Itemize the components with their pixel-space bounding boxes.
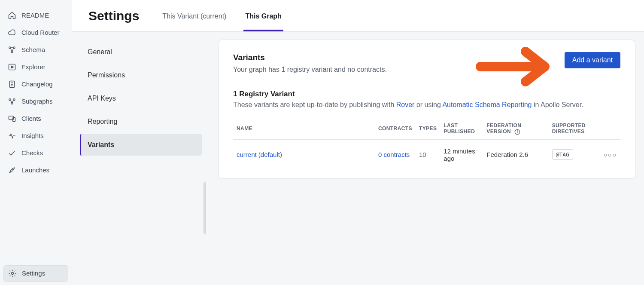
sidebar-item-launches[interactable]: Launches — [3, 162, 68, 178]
directive-badge: @TAG — [552, 149, 573, 160]
content: General Permissions API Keys Reporting V… — [72, 32, 644, 285]
col-federation-version: Federation Version — [483, 118, 548, 139]
add-variant-button[interactable]: Add a variant — [565, 52, 620, 68]
table-row: current (default) 0 contracts 10 12 minu… — [233, 139, 620, 174]
types-value: 10 — [419, 151, 426, 158]
rocket-icon — [8, 166, 16, 175]
play-square-icon — [8, 63, 16, 71]
info-icon[interactable] — [514, 129, 520, 135]
devices-icon — [8, 114, 16, 123]
svg-point-10 — [12, 273, 14, 275]
sidebar-item-label: Insights — [21, 132, 44, 140]
sidebar-item-settings[interactable]: Settings — [3, 265, 68, 282]
col-supported-directives: Supported Directives — [549, 118, 600, 139]
sidebar-item-label: Settings — [22, 270, 45, 278]
section-title: 1 Registry Variant — [233, 90, 620, 98]
nodes-icon — [8, 46, 16, 54]
sidebar-item-label: Changelog — [21, 80, 53, 89]
sidebar-item-readme[interactable]: README — [3, 8, 68, 23]
subnav-item-variants[interactable]: Variants — [80, 134, 202, 156]
changelog-icon — [8, 80, 16, 89]
sidebar-item-label: Checks — [21, 149, 43, 157]
settings-subnav: General Permissions API Keys Reporting V… — [72, 32, 210, 285]
check-icon — [8, 149, 16, 157]
rover-link[interactable]: Rover — [396, 101, 415, 108]
sidebar-item-schema[interactable]: Schema — [3, 42, 68, 58]
card-title: Variants — [233, 53, 620, 62]
variants-table: Name Contracts Types Last Published Fede… — [233, 118, 620, 174]
tab-this-graph[interactable]: This Graph — [243, 12, 283, 31]
contracts-link[interactable]: 0 contracts — [378, 151, 410, 158]
subnav-item-api-keys[interactable]: API Keys — [80, 88, 202, 109]
subnav-item-permissions[interactable]: Permissions — [80, 64, 202, 86]
tabs: This Variant (current) This Graph — [161, 0, 283, 31]
sidebar-item-checks[interactable]: Checks — [3, 145, 68, 161]
col-types: Types — [416, 118, 440, 139]
topbar: Settings This Variant (current) This Gra… — [72, 0, 644, 32]
sidebar-item-clients[interactable]: Clients — [3, 111, 68, 126]
scrollbar-thumb[interactable] — [204, 182, 206, 234]
sidebar-item-changelog[interactable]: Changelog — [3, 77, 68, 92]
pulse-icon — [8, 132, 16, 140]
gear-icon — [8, 269, 17, 278]
sidebar-item-label: Cloud Router — [21, 29, 59, 37]
subnav-item-general[interactable]: General — [80, 41, 202, 63]
sidebar-item-label: Schema — [21, 46, 45, 54]
col-name: Name — [233, 118, 375, 139]
main-area: Settings This Variant (current) This Gra… — [72, 0, 644, 285]
section-description: These variants are kept up-to-date by pu… — [233, 101, 620, 109]
card-subtitle: Your graph has 1 registry variant and no… — [233, 66, 620, 74]
panel: Variants Your graph has 1 registry varia… — [218, 40, 635, 277]
subgraphs-icon — [8, 97, 16, 106]
col-contracts: Contracts — [375, 118, 416, 139]
sidebar-item-label: Explorer — [21, 63, 46, 71]
row-menu-button[interactable]: ○○○ — [604, 151, 617, 158]
sidebar-item-subgraphs[interactable]: Subgraphs — [3, 94, 68, 109]
subnav-item-reporting[interactable]: Reporting — [80, 111, 202, 132]
federation-version-value: Federation 2.6 — [483, 139, 548, 174]
variant-link[interactable]: current (default) — [237, 151, 282, 158]
variants-card: Variants Your graph has 1 registry varia… — [218, 40, 635, 179]
automatic-schema-reporting-link[interactable]: Automatic Schema Reporting — [442, 101, 532, 108]
primary-sidebar: README Cloud Router Schema Explorer Chan… — [0, 0, 72, 285]
sidebar-item-label: Subgraphs — [21, 98, 53, 106]
house-icon — [8, 11, 16, 20]
sidebar-item-label: Launches — [21, 166, 49, 175]
sidebar-item-cloud-router[interactable]: Cloud Router — [3, 25, 68, 40]
tab-this-variant[interactable]: This Variant (current) — [161, 12, 228, 31]
sidebar-item-insights[interactable]: Insights — [3, 128, 68, 144]
col-last-published: Last Published — [440, 118, 483, 139]
sidebar-item-explorer[interactable]: Explorer — [3, 59, 68, 75]
last-published-value: 12 minutes ago — [440, 139, 483, 174]
sidebar-item-label: Clients — [21, 115, 41, 123]
cloud-icon — [8, 28, 16, 37]
page-title: Settings — [88, 9, 139, 23]
svg-point-14 — [517, 131, 517, 131]
sidebar-item-label: README — [21, 12, 49, 20]
